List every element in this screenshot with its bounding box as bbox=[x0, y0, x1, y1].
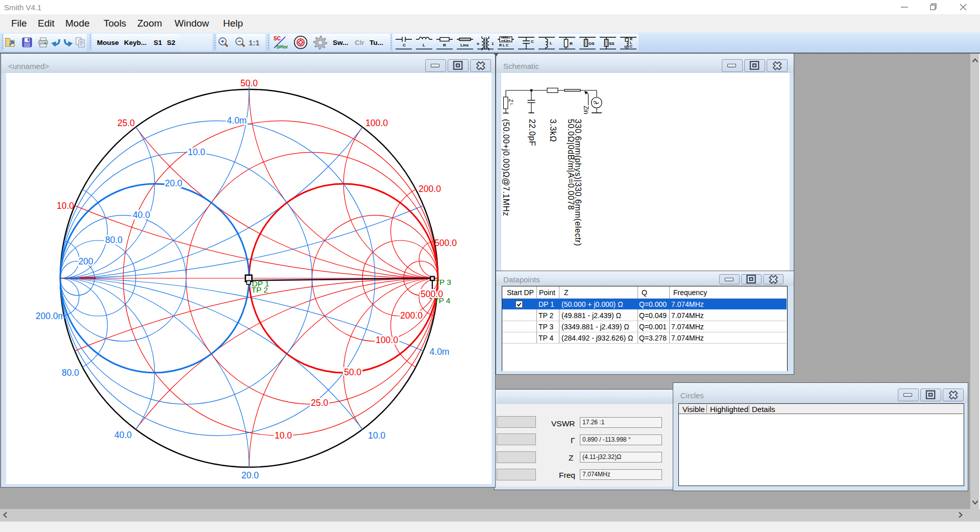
svg-text:100.0: 100.0 bbox=[376, 335, 398, 345]
svg-text:50.0: 50.0 bbox=[240, 78, 258, 88]
svg-text:n: n bbox=[477, 41, 479, 46]
svg-text:500.0: 500.0 bbox=[434, 238, 457, 248]
svg-text:80.0: 80.0 bbox=[62, 368, 79, 378]
svg-text:22.0pF: 22.0pF bbox=[528, 119, 536, 146]
svg-text:20.0: 20.0 bbox=[165, 178, 182, 188]
svg-text:OS: OS bbox=[589, 41, 595, 46]
svg-text:200.0m: 200.0m bbox=[36, 311, 65, 321]
svg-text:C: C bbox=[630, 44, 632, 48]
svg-text:L: L bbox=[509, 103, 514, 106]
svg-text:L: L bbox=[550, 41, 552, 45]
svg-text:4.0m: 4.0m bbox=[430, 347, 450, 357]
svg-text:SC: SC bbox=[274, 36, 281, 41]
svg-text:3.3kΩ: 3.3kΩ bbox=[549, 119, 557, 142]
svg-text:1: 1 bbox=[492, 41, 494, 46]
svg-text:C: C bbox=[531, 39, 534, 44]
svg-text:10.0: 10.0 bbox=[188, 147, 205, 157]
svg-text:TP 4: TP 4 bbox=[434, 296, 451, 305]
svg-text:(50.00+j0.00)Ω@7.1MHz: (50.00+j0.00)Ω@7.1MHz bbox=[502, 119, 510, 216]
svg-text:330.6mm(phys)|330.6mm(electr): 330.6mm(phys)|330.6mm(electr) bbox=[574, 119, 582, 246]
svg-text:10.0: 10.0 bbox=[275, 430, 292, 441]
svg-text:4.0m: 4.0m bbox=[227, 115, 247, 126]
svg-text:200: 200 bbox=[78, 256, 93, 267]
svg-text:200.0: 200.0 bbox=[400, 310, 423, 321]
svg-text:TP 3: TP 3 bbox=[434, 278, 451, 286]
svg-text:SS: SS bbox=[609, 41, 615, 46]
svg-text:200.0: 200.0 bbox=[419, 184, 441, 194]
svg-text:100.0: 100.0 bbox=[365, 118, 388, 128]
svg-text:R: R bbox=[630, 37, 632, 41]
svg-text:40.0: 40.0 bbox=[133, 210, 150, 220]
svg-text:Zin: Zin bbox=[582, 106, 590, 114]
svg-text:R: R bbox=[570, 41, 573, 46]
svg-text:40.0: 40.0 bbox=[114, 430, 132, 440]
svg-text:25.0: 25.0 bbox=[311, 398, 328, 408]
svg-text:Z: Z bbox=[508, 99, 513, 102]
svg-text:50.0: 50.0 bbox=[344, 367, 361, 377]
svg-text:10.0: 10.0 bbox=[57, 201, 74, 211]
svg-text:R: R bbox=[443, 43, 446, 47]
svg-text:SPlot: SPlot bbox=[276, 44, 287, 50]
svg-text:L: L bbox=[423, 43, 425, 47]
svg-text:L: L bbox=[630, 41, 632, 44]
svg-text:20.0: 20.0 bbox=[241, 470, 259, 480]
svg-text:25.0: 25.0 bbox=[117, 118, 135, 128]
svg-text:TP 2: TP 2 bbox=[252, 285, 268, 294]
svg-text:80.0: 80.0 bbox=[105, 235, 122, 245]
svg-text:C: C bbox=[403, 43, 406, 47]
svg-text:10.0: 10.0 bbox=[368, 430, 385, 441]
svg-text:Line: Line bbox=[460, 43, 469, 47]
svg-text:R L C: R L C bbox=[499, 43, 508, 47]
